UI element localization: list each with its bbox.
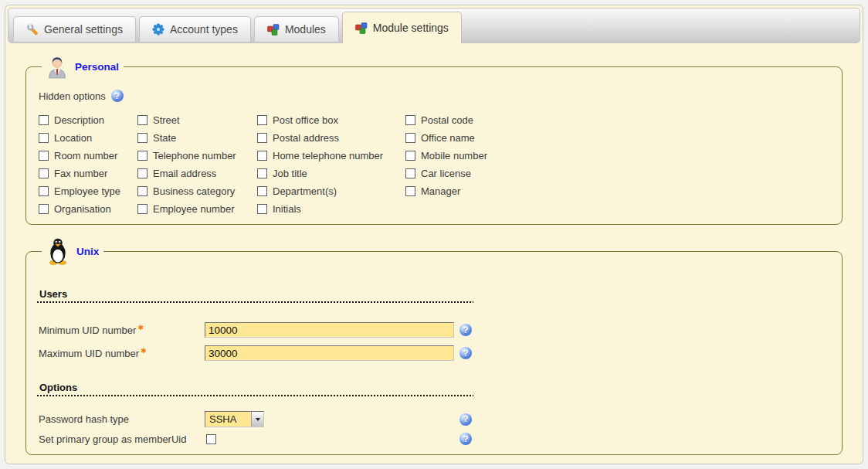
tab-label: Module settings xyxy=(373,22,449,34)
modules-cubes-icon xyxy=(355,22,368,34)
personal-section-title: Personal xyxy=(75,61,119,73)
modules-cubes-icon xyxy=(267,23,280,36)
tab-label: Modules xyxy=(285,23,326,36)
hidden-option-checkbox[interactable] xyxy=(405,151,415,161)
max-uid-label: Maximum UID number xyxy=(37,347,205,359)
gear-icon xyxy=(152,23,164,36)
hidden-option-checkbox[interactable] xyxy=(405,186,415,196)
personal-section-legend: Personal xyxy=(42,54,124,79)
hidden-option-label: Car license xyxy=(421,168,471,179)
person-icon xyxy=(46,54,68,79)
hidden-option-label: Telephone number xyxy=(153,150,236,161)
wrench-icon xyxy=(26,23,39,36)
member-uid-checkbox[interactable] xyxy=(206,434,216,444)
hidden-option-label: Location xyxy=(54,132,92,144)
hidden-option-checkbox[interactable] xyxy=(39,186,49,196)
password-hash-row: Password hash type SSHA xyxy=(37,409,831,430)
hidden-option-checkbox[interactable] xyxy=(257,151,267,161)
tab-modules[interactable]: Modules xyxy=(254,16,339,42)
grid-row: Description Street Post office box Posta… xyxy=(37,111,498,129)
help-icon[interactable] xyxy=(459,324,472,336)
hidden-option-label: Room number xyxy=(54,150,117,161)
hidden-option-checkbox[interactable] xyxy=(405,115,415,125)
hidden-option-checkbox[interactable] xyxy=(405,133,415,143)
help-icon[interactable] xyxy=(111,90,124,102)
unix-section-title: Unix xyxy=(76,246,99,257)
hidden-option-checkbox[interactable] xyxy=(137,186,147,196)
password-hash-select[interactable]: SSHA xyxy=(205,411,264,427)
hidden-option-label: Postal address xyxy=(273,132,339,144)
personal-section: Personal Hidden options Description Stre… xyxy=(25,54,843,225)
hidden-option-label: Post office box xyxy=(273,114,338,126)
hidden-option-checkbox[interactable] xyxy=(257,115,267,125)
hidden-option-checkbox[interactable] xyxy=(137,204,147,214)
hidden-option-label: Employee type xyxy=(54,185,120,197)
hidden-option-checkbox[interactable] xyxy=(257,133,267,143)
tab-module-settings[interactable]: Module settings xyxy=(342,12,462,43)
password-hash-label: Password hash type xyxy=(37,413,205,425)
hidden-option-checkbox[interactable] xyxy=(257,204,267,214)
users-heading: Users xyxy=(37,288,473,303)
tabs: General settings Accoun xyxy=(13,12,462,42)
hidden-option-label: Job title xyxy=(273,168,307,179)
hidden-option-label: Postal code xyxy=(421,114,473,126)
hidden-option-label: Street xyxy=(153,114,180,126)
hidden-option-checkbox[interactable] xyxy=(137,133,147,143)
member-uid-row: Set primary group as memberUid xyxy=(37,430,831,448)
hidden-option-checkbox[interactable] xyxy=(39,151,49,161)
hidden-option-label: Initials xyxy=(273,203,301,215)
min-uid-row: Minimum UID number xyxy=(37,318,831,342)
tab-bar: General settings Accoun xyxy=(8,8,860,43)
tab-label: Account types xyxy=(170,23,238,36)
hidden-option-checkbox[interactable] xyxy=(137,115,147,125)
grid-row: Organisation Employee number Initials xyxy=(37,200,498,218)
hidden-options-grid: Description Street Post office box Posta… xyxy=(37,111,498,218)
max-uid-input[interactable] xyxy=(205,345,454,361)
min-uid-label: Minimum UID number xyxy=(37,324,205,336)
hidden-options-row: Hidden options xyxy=(39,90,831,102)
unix-section: Unix Users Minimum UID number Maximum UI… xyxy=(25,237,843,455)
hidden-option-label: Office name xyxy=(421,132,475,144)
hidden-option-label: Manager xyxy=(421,185,460,197)
hidden-option-label: State xyxy=(153,132,176,144)
tab-label: General settings xyxy=(44,23,123,36)
hidden-option-checkbox[interactable] xyxy=(39,115,49,125)
min-uid-input[interactable] xyxy=(205,322,454,338)
hidden-option-label: Department(s) xyxy=(273,185,337,197)
hidden-option-checkbox[interactable] xyxy=(405,168,415,178)
hidden-option-checkbox[interactable] xyxy=(137,151,147,161)
hidden-option-label: Organisation xyxy=(54,203,111,215)
options-heading: Options xyxy=(37,382,473,396)
password-hash-value: SSHA xyxy=(205,413,251,425)
hidden-option-checkbox[interactable] xyxy=(257,186,267,196)
help-icon[interactable] xyxy=(459,347,472,359)
hidden-options-label: Hidden options xyxy=(39,90,106,102)
required-icon xyxy=(136,324,144,336)
unix-section-legend: Unix xyxy=(42,237,103,265)
settings-window: General settings Accoun xyxy=(5,5,863,464)
required-icon xyxy=(139,347,147,359)
hidden-option-checkbox[interactable] xyxy=(39,204,49,214)
grid-row: Employee type Business category Departme… xyxy=(37,182,498,200)
hidden-option-label: Description xyxy=(54,114,104,126)
hidden-option-label: Fax number xyxy=(54,168,107,179)
max-uid-row: Maximum UID number xyxy=(37,342,831,365)
member-uid-label: Set primary group as memberUid xyxy=(37,433,205,445)
grid-row: Fax number Email address Job title Car l… xyxy=(37,165,498,182)
tab-general-settings[interactable]: General settings xyxy=(13,16,136,42)
help-icon[interactable] xyxy=(459,413,472,426)
hidden-option-label: Email address xyxy=(153,168,216,179)
dropdown-arrow-icon[interactable] xyxy=(251,412,263,427)
tab-account-types[interactable]: Account types xyxy=(139,16,251,42)
hidden-option-checkbox[interactable] xyxy=(137,168,147,178)
hidden-option-checkbox[interactable] xyxy=(257,168,267,178)
help-icon[interactable] xyxy=(459,433,472,445)
hidden-option-label: Home telephone number xyxy=(273,150,383,161)
grid-row: Location State Postal address Office nam… xyxy=(37,129,498,147)
hidden-option-label: Employee number xyxy=(153,203,235,215)
tux-penguin-icon xyxy=(46,237,70,265)
hidden-option-checkbox[interactable] xyxy=(39,168,49,178)
grid-row: Room number Telephone number Home teleph… xyxy=(37,147,498,165)
hidden-option-checkbox[interactable] xyxy=(39,133,49,143)
hidden-option-label: Business category xyxy=(153,185,235,197)
